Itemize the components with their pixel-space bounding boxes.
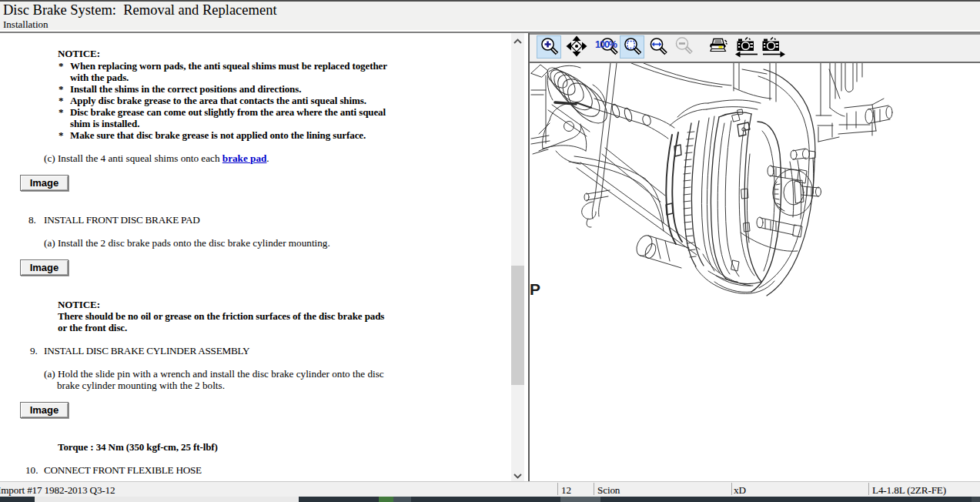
svg-text:100%: 100% <box>595 39 617 50</box>
